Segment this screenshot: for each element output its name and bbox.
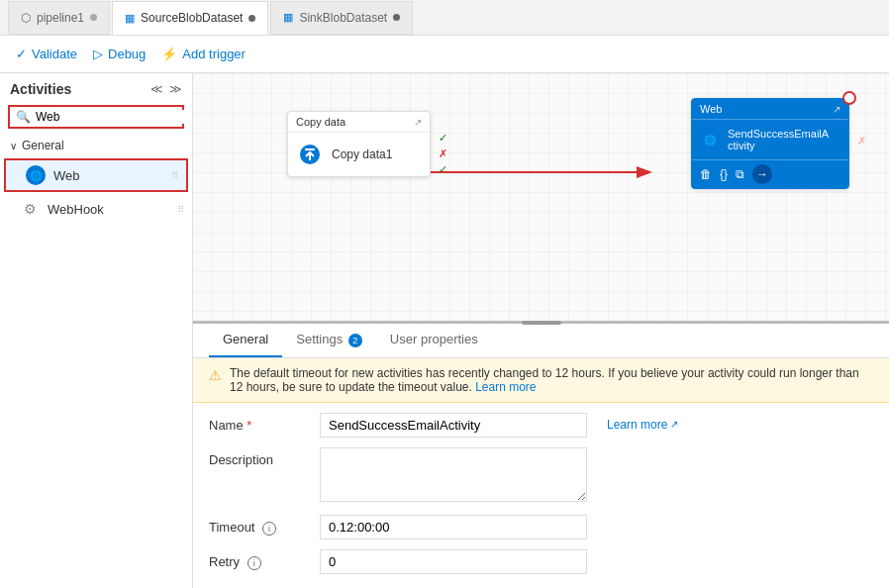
tab-sink-label: SinkBlobDataset [299,11,387,25]
add-trigger-label: Add trigger [182,47,246,61]
canvas-area[interactable]: Copy data ↗ Copy data1 [193,73,889,588]
check-success-icon: ✓ [439,132,447,145]
web-activity-node[interactable]: Web ↗ 🌐 SendSuccessEmailA ctivity 🗑 {} ⧉… [691,98,849,189]
timeout-label: Timeout i [209,515,308,536]
learn-more-hint[interactable]: Learn more ↗ [607,413,678,432]
toolbar: ✓ Validate ▷ Debug ⚡ Add trigger [0,36,889,73]
copy-data-header-label: Copy data [296,116,346,128]
sink-tab-icon: ▦ [283,11,293,24]
name-input[interactable] [320,413,587,438]
form-row-retry: Retry i [209,549,873,574]
node-circle-indicator [842,91,856,105]
add-trigger-icon: ⚡ [161,47,177,61]
warning-learn-more-link[interactable]: Learn more [475,380,536,394]
form-row-timeout: Timeout i [209,515,873,539]
sidebar-item-web-label: Web [53,168,176,183]
warning-icon: ⚠ [209,367,222,383]
category-general[interactable]: ∨ General [0,135,192,156]
copy-data-node-label: Copy data1 [332,147,392,161]
tab-source[interactable]: ▦ SourceBlobDataset [112,1,268,35]
validate-icon: ✓ [16,47,27,61]
retry-label: Retry i [209,549,308,570]
copy-data-node-header: Copy data ↗ [288,112,430,133]
copy-data-node[interactable]: Copy data ↗ Copy data1 [287,111,431,177]
copy-icon[interactable]: ⧉ [736,167,744,181]
tab-source-dot [248,15,255,22]
form-row-name: Name * Learn more ↗ [209,413,873,438]
web-check-complete-icon: ✓ [857,150,866,163]
tab-pipeline1[interactable]: ⬡ pipeline1 [8,1,110,35]
expand-icon[interactable]: ≫ [169,82,182,96]
timeout-control [320,515,587,539]
debug-icon: ▷ [93,47,103,61]
tab-settings-label: Settings [296,332,343,346]
web-drag-handle: ⠿ [171,170,178,181]
retry-control [320,549,587,574]
required-indicator: * [247,418,251,433]
web-node-toolbar: 🗑 {} ⧉ → [692,159,848,188]
activity-search-box: 🔍 [8,105,184,129]
web-node-header-label: Web [700,103,722,115]
search-icon: 🔍 [16,110,31,124]
copy-data-icon [296,141,324,168]
tab-user-properties[interactable]: User properties [376,324,492,357]
tab-general[interactable]: General [209,324,282,357]
warning-text: The default timeout for new activities h… [230,366,873,394]
delete-icon[interactable]: 🗑 [700,167,712,181]
code-icon[interactable]: {} [720,167,728,181]
tab-sink[interactable]: ▦ SinkBlobDataset [270,1,413,35]
sidebar-collapse-icons: ≪ ≫ [150,82,182,96]
check-error-icon: ✗ [439,147,447,160]
chevron-down-icon: ∨ [10,141,17,151]
copy-data-expand-icon: ↗ [414,117,422,128]
sidebar-item-webhook-label: WebHook [48,202,182,217]
panel-tabs: General Settings 2 User properties [193,324,889,358]
description-input[interactable] [320,447,587,502]
description-label: Description [209,447,308,467]
debug-button[interactable]: ▷ Debug [93,47,146,61]
copy-data-node-body: Copy data1 [288,133,430,176]
form-row-description: Description [209,447,873,505]
resize-handle[interactable] [522,321,561,325]
tab-pipeline1-label: pipeline1 [37,11,84,25]
timeout-info-icon[interactable]: i [262,522,276,536]
web-node-globe-icon: 🌐 [700,130,720,149]
activity-search-input[interactable] [36,110,184,124]
web-node-body: 🌐 SendSuccessEmailA ctivity [692,120,848,159]
tab-general-label: General [223,332,268,346]
retry-input[interactable] [320,549,587,574]
web-check-success-icon: ✓ [857,119,866,132]
form-area: Name * Learn more ↗ Description [193,403,889,588]
debug-label: Debug [108,47,146,61]
add-trigger-button[interactable]: ⚡ Add trigger [161,47,246,61]
properties-panel: General Settings 2 User properties ⚠ The… [193,321,889,588]
pipeline-tab-icon: ⬡ [21,11,31,25]
sidebar-item-webhook[interactable]: ⚙ WebHook ⠿ [0,194,192,224]
name-control [320,413,587,438]
validate-button[interactable]: ✓ Validate [16,47,77,61]
source-tab-icon: ▦ [125,12,135,25]
description-control [320,447,587,505]
sidebar-item-web[interactable]: 🌐 Web ⠿ [4,158,188,192]
sidebar-header: Activities ≪ ≫ [0,73,192,101]
copy-data-checks: ✓ ✗ ✓ [439,132,447,176]
category-label: General [22,139,64,152]
webhook-drag-handle: ⠿ [177,204,184,215]
retry-info-icon[interactable]: i [247,556,261,570]
tab-sink-dot [393,14,400,21]
collapse-icon[interactable]: ≪ [150,82,163,96]
svg-rect-3 [305,148,315,150]
app-container: ⬡ pipeline1 ▦ SourceBlobDataset ▦ SinkBl… [0,0,889,588]
tab-pipeline1-dot [90,14,97,21]
web-node-expand-icon: ↗ [833,104,840,115]
tab-settings[interactable]: Settings 2 [282,324,376,357]
tab-bar: ⬡ pipeline1 ▦ SourceBlobDataset ▦ SinkBl… [0,0,889,36]
warning-banner: ⚠ The default timeout for new activities… [193,358,889,403]
web-node-label: SendSuccessEmailA ctivity [728,128,840,151]
arrow-right-icon[interactable]: → [752,164,772,184]
name-label: Name * [209,413,308,433]
timeout-input[interactable] [320,515,587,539]
main-layout: Activities ≪ ≫ 🔍 ∨ General 🌐 Web ⠿ [0,73,889,588]
sidebar: Activities ≪ ≫ 🔍 ∨ General 🌐 Web ⠿ [0,73,193,588]
webhook-icon: ⚙ [20,199,40,219]
